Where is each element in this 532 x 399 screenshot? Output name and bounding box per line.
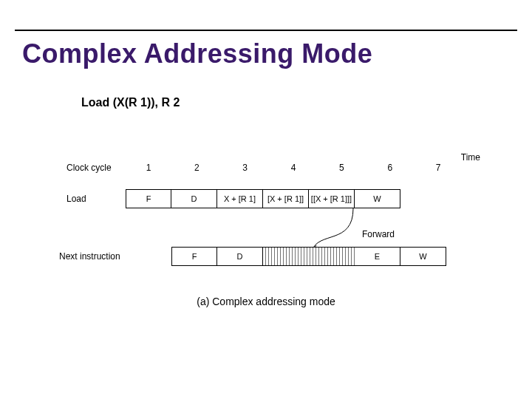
cycle-4: 4 [270, 163, 316, 173]
next-row: Next instruction F D E W [66, 247, 480, 269]
load-row: Load F D X + [R 1] [X + [R 1]] [[X + [R … [66, 189, 480, 211]
time-axis-label: Time [461, 152, 480, 163]
pipeline-diagram: Time Clock cycle 1 2 3 4 5 6 7 Load F D … [66, 163, 480, 269]
next-row-label: Next instruction [59, 251, 140, 262]
instruction-text: Load (X(R 1)), R 2 [81, 96, 180, 109]
cycle-1: 1 [126, 163, 171, 173]
load-cells: F D X + [R 1] [X + [R 1]] [[X + [R 1]]] … [126, 189, 400, 208]
title-rule [15, 30, 517, 31]
load-stage-w: W [355, 189, 400, 208]
clock-cycle-numbers: 1 2 3 4 5 6 7 [126, 163, 461, 173]
slide-title: Complex Addressing Mode [22, 38, 372, 69]
load-stage-x2: [X + [R 1]] [263, 189, 309, 208]
next-stage-d: D [217, 247, 263, 266]
cycle-7: 7 [415, 163, 461, 173]
load-stage-d: D [171, 189, 217, 208]
cycle-3: 3 [222, 163, 268, 173]
next-cells: F D E W [171, 247, 446, 266]
next-stage-f: F [171, 247, 217, 266]
figure-caption: (a) Complex addressing mode [0, 296, 532, 307]
next-stage-stall [263, 247, 355, 266]
load-stage-x3: [[X + [R 1]]] [309, 189, 355, 208]
stall-hatch-icon [263, 248, 355, 265]
cycle-5: 5 [318, 163, 364, 173]
cycle-6: 6 [367, 163, 413, 173]
cycle-2: 2 [174, 163, 219, 173]
forward-label: Forward [362, 229, 395, 239]
load-row-label: Load [66, 194, 118, 204]
next-stage-e: E [355, 247, 400, 266]
clock-cycle-row: Clock cycle 1 2 3 4 5 6 7 [66, 163, 480, 179]
load-stage-x1: X + [R 1] [217, 189, 263, 208]
next-stage-w: W [400, 247, 446, 266]
load-stage-f: F [126, 189, 171, 208]
clock-cycle-label: Clock cycle [66, 163, 118, 173]
